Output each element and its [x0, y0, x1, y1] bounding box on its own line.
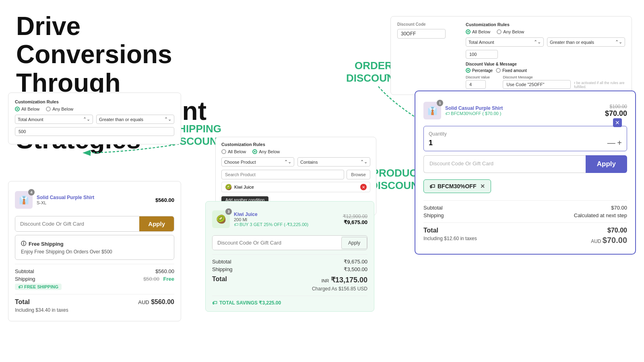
shipping-radio-row: All Below Any Below: [15, 107, 174, 111]
kiwi-icon: 🥝: [225, 184, 232, 190]
shipping-subtotal-row: Subtotal $560.00: [15, 268, 174, 274]
product-cart-discount-row: Apply: [212, 235, 367, 250]
product-shipping-row: Shipping ₹3,500.00: [212, 266, 367, 272]
order-apply-button[interactable]: Apply: [586, 155, 627, 173]
order-cart-card: 👔 1 Solid Casual Purple Shirt 🏷 BFCM30%O…: [415, 90, 636, 255]
order-value-input[interactable]: 100: [466, 50, 498, 59]
shipping-product-thumb: 👔 4: [15, 191, 33, 209]
product-apply-button[interactable]: Apply: [341, 237, 367, 249]
product-cart-badge: 3: [225, 208, 232, 215]
qty-box: ✕ Quantity 1 — +: [423, 126, 627, 151]
product-savings-row: 🏷 TOTAL SAVINGS ₹3,225.00: [212, 300, 367, 306]
order-radio-percentage[interactable]: Percentage: [466, 68, 493, 73]
product-search-input[interactable]: [221, 170, 344, 179]
product-usd-row: Charged As $156.85 USD: [212, 286, 367, 292]
qty-control: 1 — +: [429, 138, 622, 148]
order-cart-product-row: 👔 1 Solid Casual Purple Shirt 🏷 BFCM30%O…: [423, 99, 627, 123]
product-search-row: Browse: [221, 170, 370, 179]
qty-close-button[interactable]: ✕: [613, 118, 622, 127]
order-config-inner: Discount Code 30OFF Customization Rules …: [397, 22, 625, 89]
product-total-row: Total INR ₹13,175.00: [212, 276, 367, 284]
shipping-radio-any[interactable]: Any Below: [46, 107, 73, 111]
order-radio-all[interactable]: All Below: [466, 29, 490, 34]
product-discount-input[interactable]: [213, 236, 341, 250]
shipping-product-price: $560.00: [155, 197, 174, 203]
free-shipping-sub: Enjoy Free Shipping On Orders Over $500: [21, 249, 168, 255]
order-discount-code-label: Discount Code: [397, 22, 458, 27]
free-shipping-title: ⓘ Free Shipping: [21, 240, 168, 247]
product-cart-thumb: 🥝 3: [212, 210, 230, 228]
order-discount-code-input[interactable]: 30OFF: [397, 29, 446, 39]
product-divider-2: [212, 296, 367, 296]
order-dv-label: Discount Value & Message: [466, 62, 625, 66]
order-operator-select[interactable]: Greater than or equals ⌃⌄: [547, 37, 625, 47]
shipping-cart-card: 👔 4 Solid Casual Purple Shirt S-XL $560.…: [8, 181, 181, 321]
kiwi-tag: 🥝 Kiwi Juice ✕: [221, 182, 370, 192]
order-msg-col: Discount Message Use Code "25OFF": [503, 75, 571, 89]
order-config-right: Customization Rules All Below Any Below …: [466, 22, 625, 89]
order-cart-thumb: 👔 1: [423, 102, 441, 119]
order-cart-discount-sub: 🏷 BFCM30%OFF ( $70.00 ): [445, 111, 601, 116]
product-subtotal-row: Subtotal ₹9,675.00: [212, 259, 367, 265]
product-cart-name: Kiwi Juice: [234, 212, 339, 217]
shipping-badge: 4: [28, 189, 35, 195]
qty-buttons: — +: [607, 138, 622, 148]
shipping-operator-select[interactable]: Greater than or equals ⌃⌄: [96, 115, 174, 124]
product-cart-variant: 200 Ml: [234, 217, 339, 222]
product-divider-1: [212, 254, 367, 255]
order-taxes-row: Including $12.60 in taxes AUD $70.00: [423, 236, 627, 245]
shipping-condition-select[interactable]: Total Amount ⌃⌄: [15, 115, 93, 124]
order-subtotal-row: Subtotal $70.00: [423, 205, 627, 211]
product-config-title: Customization Rules: [221, 142, 370, 147]
order-config-cust-title: Customization Rules: [466, 22, 625, 27]
product-operator-select[interactable]: Contains ⌃⌄: [297, 157, 370, 167]
product-radio-all[interactable]: All Below: [221, 149, 246, 154]
coupon-tag: 🏷 BFCM30%OFF ✕: [423, 179, 491, 193]
order-cart-info: Solid Casual Purple Shirt 🏷 BFCM30%OFF (…: [445, 105, 601, 116]
order-radio-any[interactable]: Any Below: [497, 29, 524, 34]
product-select-row: Choose Product ⌃⌄ Contains ⌃⌄: [221, 157, 370, 167]
qty-plus-button[interactable]: +: [617, 138, 622, 148]
shipping-apply-button[interactable]: Apply: [139, 216, 174, 231]
order-radio-type-row: Percentage Fixed amount: [466, 68, 625, 73]
order-cart-name: Solid Casual Purple Shirt: [445, 105, 601, 111]
order-divider-2: [423, 222, 627, 223]
shipping-product-row: 👔 4 Solid Casual Purple Shirt S-XL $560.…: [15, 188, 174, 212]
free-shipping-tag: 🏷 FREE SHIPPING: [15, 284, 62, 290]
shipping-product-variant: S-XL: [37, 200, 151, 205]
product-browse-button[interactable]: Browse: [347, 170, 370, 179]
product-condition-select[interactable]: Choose Product ⌃⌄: [221, 157, 294, 167]
order-config-card: Discount Code 30OFF Customization Rules …: [390, 16, 632, 95]
order-divider-1: [423, 200, 627, 201]
qty-minus-button[interactable]: —: [607, 138, 615, 148]
qty-value: 1: [429, 139, 433, 147]
product-radio-any[interactable]: Any Below: [252, 149, 280, 154]
order-msg-input[interactable]: Use Code "25OFF": [503, 80, 571, 89]
product-cart-card: 🥝 3 Kiwi Juice 200 Ml 🏷 BUY 3 GET 25% OF…: [205, 201, 374, 312]
free-shipping-banner: ⓘ Free Shipping Enjoy Free Shipping On O…: [15, 235, 174, 260]
kiwi-remove-badge[interactable]: ✕: [360, 184, 367, 190]
order-cart-price: $100.00 $70.00: [605, 104, 627, 118]
shipping-value-input[interactable]: 500: [15, 127, 174, 136]
order-cart-badge: 1: [437, 100, 443, 106]
order-note: r be activated if all the rules are fulf…: [574, 81, 625, 89]
order-dv-input[interactable]: 4: [466, 80, 486, 89]
shipping-discount-row: Apply: [15, 216, 174, 232]
order-select-row: Total Amount ⌃⌄ Greater than or equals ⌃…: [466, 37, 625, 47]
shipping-discount-input[interactable]: [15, 217, 139, 231]
order-condition-select[interactable]: Total Amount ⌃⌄: [466, 37, 544, 47]
order-config-left: Discount Code 30OFF: [397, 22, 458, 89]
shipping-config-title: Customization Rules: [15, 99, 174, 104]
shipping-taxes-row: Including $34.40 in taxes: [15, 307, 174, 313]
order-radio-fixed[interactable]: Fixed amount: [496, 68, 527, 73]
order-total-row: Total $70.00: [423, 227, 627, 234]
shipping-product-info: Solid Casual Purple Shirt S-XL: [37, 195, 151, 205]
shipping-select-row: Total Amount ⌃⌄ Greater than or equals ⌃…: [15, 115, 174, 124]
order-discount-input[interactable]: Discount Code Or Gift Card: [423, 155, 586, 173]
shipping-radio-all[interactable]: All Below: [15, 107, 39, 111]
divider-1: [15, 264, 174, 264]
order-dv-row: Discount Value 4 Discount Message Use Co…: [466, 75, 625, 89]
product-radio-row: All Below Any Below: [221, 149, 370, 154]
shipping-total-row: Total AUD $560.00: [15, 298, 174, 306]
product-cart-row: 🥝 3 Kiwi Juice 200 Ml 🏷 BUY 3 GET 25% OF…: [212, 207, 367, 231]
